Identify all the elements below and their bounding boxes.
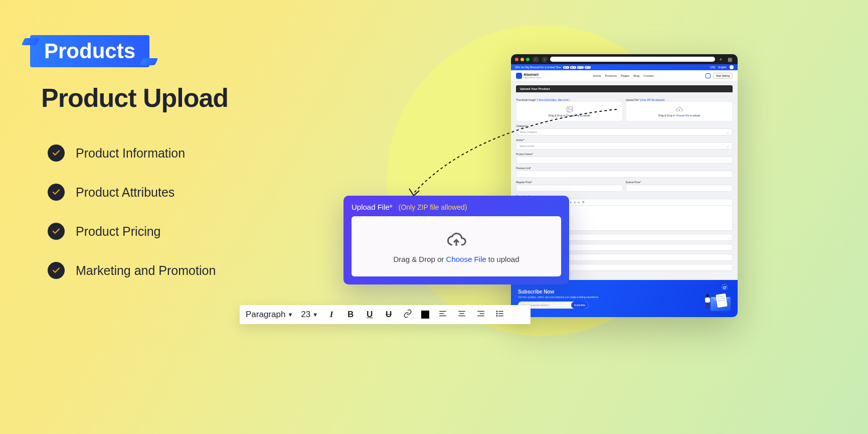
- back-button[interactable]: ‹: [533, 57, 539, 62]
- main-nav: Alasmart Digital Market Place Home Produ…: [511, 70, 738, 81]
- feature-item: Product Attributes: [48, 184, 216, 201]
- regular-price-label: Regular Price*: [516, 181, 623, 184]
- logo-mark-icon: [516, 73, 522, 79]
- feature-item: Product Pricing: [48, 223, 216, 240]
- site-topbar: 50% Get Big Discount For a Limited Time …: [511, 64, 738, 70]
- paragraph-style-select[interactable]: Paragraph▼: [246, 310, 293, 320]
- subscribe-button[interactable]: Subscribe: [571, 302, 588, 309]
- new-tab-button[interactable]: +: [718, 57, 724, 62]
- thumbnail-dropzone[interactable]: Drag & Drop or Choose File to upload: [516, 101, 623, 121]
- svg-point-16: [568, 108, 569, 109]
- promo-chip: AL 0: [570, 66, 576, 69]
- feature-item: Product Information: [48, 144, 216, 162]
- hero-badge: Products: [30, 35, 149, 67]
- subscribe-footer: Subscribe Now Get live updates, offers, …: [511, 280, 738, 317]
- footer-illustration: @: [685, 286, 731, 311]
- extend-price-label: Extend Price*: [626, 181, 733, 184]
- hero-title: Product Upload: [41, 83, 228, 113]
- editor-toolbar-callout: Paragraph▼ 23▼ I B U U: [240, 305, 531, 324]
- align-left-icon[interactable]: ≡: [570, 201, 572, 204]
- promo-chip: KY 3: [577, 66, 584, 69]
- feature-label: Marketing and Promotion: [76, 263, 216, 278]
- regular-price-input[interactable]: [516, 185, 623, 192]
- svg-point-13: [496, 313, 497, 314]
- currency-select[interactable]: USD: [710, 66, 716, 69]
- brand-logo[interactable]: Alasmart Digital Market Place: [516, 73, 542, 79]
- upload-card-note: (Only ZIP file allowed): [399, 203, 467, 211]
- svg-point-12: [496, 311, 497, 312]
- minimize-dot-icon[interactable]: [520, 58, 524, 61]
- preview-link-input[interactable]: [516, 171, 733, 178]
- preview-link-label: Preview Link*: [516, 167, 733, 170]
- at-sign-icon: @: [722, 284, 728, 290]
- check-icon: [48, 223, 65, 240]
- brand-name: Alasmart: [524, 73, 542, 76]
- language-select[interactable]: English: [719, 66, 727, 69]
- feature-label: Product Pricing: [76, 224, 161, 239]
- list-icon[interactable]: [494, 309, 505, 321]
- cart-icon[interactable]: [706, 73, 711, 78]
- align-left-icon[interactable]: [437, 309, 448, 321]
- link-icon[interactable]: [402, 309, 413, 321]
- underline-icon[interactable]: U: [364, 310, 375, 320]
- check-icon: [48, 262, 65, 279]
- footer-subtitle: Get live updates, offers, tips and enhan…: [518, 296, 599, 299]
- nav-link[interactable]: Home: [593, 74, 601, 77]
- nav-link[interactable]: Pages: [621, 74, 629, 77]
- hero-badge-text: Products: [30, 35, 149, 67]
- feature-label: Product Information: [76, 146, 185, 161]
- image-upload-icon: [566, 106, 573, 113]
- tabs-icon[interactable]: ▦: [726, 57, 734, 62]
- align-right-icon[interactable]: [475, 309, 486, 321]
- nav-link[interactable]: Blog: [633, 74, 639, 77]
- upload-dropzone[interactable]: Drag & Drop or Choose File to upload: [352, 216, 561, 276]
- start-selling-button[interactable]: Start Selling: [713, 73, 733, 79]
- forward-button[interactable]: ›: [542, 57, 548, 62]
- product-name-label: Product Name*: [516, 153, 733, 156]
- color-swatch-icon[interactable]: [421, 311, 429, 319]
- strikethrough-icon[interactable]: U: [383, 310, 394, 320]
- section-title: Upload Your Product: [516, 85, 733, 92]
- brand-tagline: Digital Market Place: [524, 76, 542, 79]
- bold-icon[interactable]: B: [345, 310, 356, 320]
- feature-label: Product Attributes: [76, 185, 175, 200]
- font-size-select[interactable]: 23▼: [301, 310, 318, 320]
- close-dot-icon[interactable]: [515, 58, 518, 61]
- address-bar[interactable]: [550, 57, 715, 62]
- promo-text: 50% Get Big Discount For a Limited Time: [515, 66, 561, 69]
- italic-icon[interactable]: I: [326, 310, 337, 320]
- feature-item: Marketing and Promotion: [48, 262, 216, 279]
- upload-drop-text: Drag & Drop or Choose File to upload: [394, 255, 519, 263]
- align-center-icon[interactable]: [456, 309, 467, 321]
- file-dropzone[interactable]: Drag & Drop or Choose File to upload: [626, 101, 733, 121]
- cloud-upload-icon: [676, 106, 683, 113]
- maximize-dot-icon[interactable]: [526, 58, 530, 61]
- promo-chip: AY 3: [585, 66, 591, 69]
- upload-card-callout: Upload File* (Only ZIP file allowed) Dra…: [343, 196, 569, 284]
- window-controls[interactable]: [515, 58, 530, 61]
- svg-point-14: [496, 315, 497, 316]
- cloud-upload-icon: [446, 230, 466, 250]
- product-name-input[interactable]: [516, 157, 733, 164]
- align-right-icon[interactable]: ≡: [578, 201, 580, 204]
- check-icon: [48, 144, 65, 162]
- author-label: Author*: [516, 138, 733, 141]
- category-label: Category*: [516, 124, 733, 127]
- nav-link[interactable]: Contact: [643, 74, 654, 77]
- avatar-icon[interactable]: [730, 65, 734, 69]
- feature-list: Product Information Product Attributes P…: [48, 144, 216, 279]
- browser-titlebar: ‹ › + ▦: [511, 54, 738, 64]
- promo-chip: AT 4: [563, 66, 569, 69]
- list-icon[interactable]: ☰: [582, 201, 584, 204]
- author-select[interactable]: Select Author⌄: [516, 142, 733, 150]
- check-icon: [48, 184, 65, 201]
- nav-link[interactable]: Products: [605, 74, 617, 77]
- category-select[interactable]: Select Category⌄: [516, 128, 733, 135]
- upload-card-label: Upload File*: [352, 203, 393, 211]
- footer-title: Subscribe Now: [518, 289, 599, 295]
- extend-price-input[interactable]: [626, 185, 733, 192]
- align-center-icon[interactable]: ≡: [574, 201, 576, 204]
